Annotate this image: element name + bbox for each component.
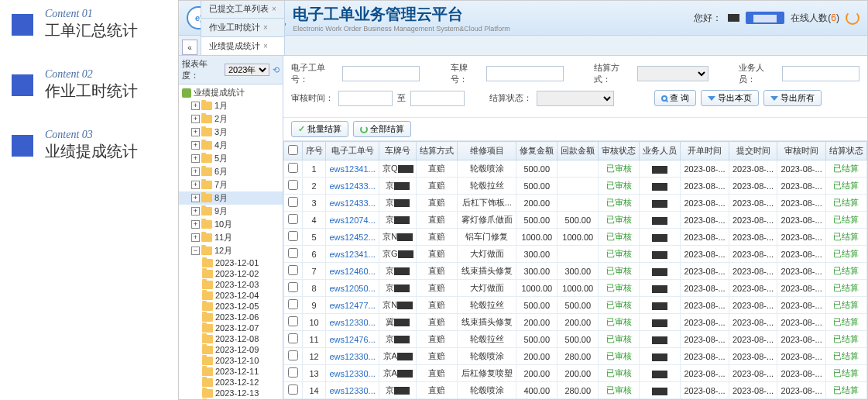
tree-day[interactable]: 2023-12-03 <box>179 279 283 290</box>
cell-order-link[interactable]: ews12433... <box>326 195 379 212</box>
close-icon[interactable]: × <box>272 5 276 13</box>
row-checkbox[interactable] <box>288 231 298 241</box>
row-checkbox[interactable] <box>288 333 298 343</box>
tree-day[interactable]: 2023-12-09 <box>179 344 283 355</box>
cell-order-link[interactable]: ews12477... <box>326 297 379 314</box>
audit-to-input[interactable] <box>410 91 465 106</box>
col-header[interactable]: 回款金额 <box>558 142 599 160</box>
cell-order-link[interactable]: ews12330... <box>326 348 379 365</box>
row-checkbox[interactable] <box>288 248 298 258</box>
col-header[interactable]: 业务人员 <box>640 142 681 160</box>
row-checkbox[interactable] <box>288 197 298 207</box>
tree-month-1[interactable]: +1月 <box>179 99 283 112</box>
tab-prev-icon[interactable]: « <box>182 40 197 55</box>
col-header[interactable]: 审核状态 <box>599 142 640 160</box>
year-select[interactable]: 2023年 <box>225 64 269 76</box>
tree-month-9[interactable]: +9月 <box>179 205 283 218</box>
tree-month-8[interactable]: +8月 <box>179 191 283 205</box>
row-checkbox[interactable] <box>288 180 298 190</box>
plate-input[interactable] <box>486 66 564 81</box>
tree-day[interactable]: 2023-12-04 <box>179 290 283 301</box>
row-checkbox[interactable] <box>288 316 298 326</box>
cell-order-link[interactable]: ews12074... <box>326 212 379 229</box>
data-grid[interactable]: 序号电子工单号车牌号结算方式维修项目修复金额回款金额审核状态业务人员开单时间提交… <box>283 141 867 399</box>
tree-month-11[interactable]: +11月 <box>179 231 283 244</box>
col-header[interactable]: 提交时间 <box>729 142 777 160</box>
toggle-icon[interactable]: + <box>191 233 200 242</box>
tree-month-5[interactable]: +5月 <box>179 152 283 165</box>
toggle-icon[interactable]: + <box>191 115 200 123</box>
row-checkbox[interactable] <box>288 163 298 173</box>
tree-day[interactable]: 2023-12-11 <box>179 366 283 377</box>
tree-month-7[interactable]: +7月 <box>179 178 283 191</box>
tree-month-10[interactable]: +10月 <box>179 218 283 231</box>
order-no-input[interactable] <box>342 66 420 81</box>
tree-month-4[interactable]: +4月 <box>179 139 283 152</box>
tree-month-6[interactable]: +6月 <box>179 165 283 178</box>
toggle-icon[interactable]: + <box>191 102 200 110</box>
tree-day[interactable]: 2023-12-07 <box>179 322 283 333</box>
tab-0[interactable]: 已提交工单列表× <box>201 0 285 18</box>
close-icon[interactable]: × <box>263 42 268 50</box>
refresh-icon[interactable] <box>846 11 859 25</box>
toggle-icon[interactable]: + <box>191 167 200 176</box>
cell-order-link[interactable]: ews12330... <box>326 365 379 382</box>
tree-day[interactable]: 2023-12-13 <box>179 388 283 398</box>
tree-day[interactable]: 2023-12-01 <box>179 257 283 268</box>
staff-input[interactable] <box>782 66 859 81</box>
tree-day[interactable]: 2023-12-08 <box>179 333 283 344</box>
tree-month-2[interactable]: +2月 <box>179 112 283 126</box>
toggle-icon[interactable]: + <box>191 194 200 202</box>
tree-month-3[interactable]: +3月 <box>179 126 283 139</box>
col-header[interactable]: 修复金额 <box>516 142 558 160</box>
cell-order-link[interactable]: ews12330... <box>326 382 379 399</box>
row-checkbox[interactable] <box>288 384 298 395</box>
col-header[interactable]: 维修项目 <box>458 142 516 160</box>
settle-status-select[interactable] <box>537 91 614 106</box>
toggle-icon[interactable]: + <box>191 154 200 163</box>
row-checkbox[interactable] <box>288 367 298 378</box>
tree-refresh-icon[interactable]: ⟲ <box>273 65 280 75</box>
toggle-icon[interactable]: + <box>191 141 200 150</box>
toggle-icon[interactable]: + <box>191 207 200 216</box>
tree-day[interactable]: 2023-12-06 <box>179 312 283 322</box>
col-header[interactable]: 结算状态 <box>825 142 866 160</box>
tree-day[interactable]: 2023-12-10 <box>179 355 283 366</box>
col-header[interactable] <box>284 142 303 160</box>
tree-day[interactable]: 2023-12-12 <box>179 377 283 388</box>
cell-order-link[interactable]: ews12341... <box>326 160 379 178</box>
col-header[interactable]: 车牌号 <box>379 142 417 160</box>
close-icon[interactable]: × <box>263 23 268 32</box>
col-header[interactable]: 序号 <box>303 142 326 160</box>
export-page-button[interactable]: 导出本页 <box>701 90 759 106</box>
row-checkbox[interactable] <box>288 282 298 292</box>
cell-order-link[interactable]: ews12433... <box>326 178 379 195</box>
row-checkbox[interactable] <box>288 350 298 360</box>
toggle-icon[interactable]: − <box>191 247 200 255</box>
tree-month-12[interactable]: −12月 <box>179 244 283 257</box>
cell-order-link[interactable]: ews12341... <box>326 246 379 263</box>
select-all-checkbox[interactable] <box>288 145 298 155</box>
tree-root[interactable]: 业绩提成统计 <box>179 86 283 99</box>
col-header[interactable]: 审核时间 <box>777 142 826 160</box>
tree-day[interactable]: 2023-12-05 <box>179 301 283 312</box>
cell-order-link[interactable]: ews12476... <box>326 331 379 348</box>
row-checkbox[interactable] <box>288 299 298 309</box>
all-settle-button[interactable]: 全部结算 <box>353 121 411 137</box>
tab-2[interactable]: 业绩提成统计× <box>201 36 285 55</box>
col-header[interactable]: 开单时间 <box>681 142 729 160</box>
audit-from-input[interactable] <box>338 91 393 106</box>
cell-order-link[interactable]: ews12460... <box>326 263 379 280</box>
cell-order-link[interactable]: ews12452... <box>326 229 379 246</box>
toggle-icon[interactable]: + <box>191 220 200 229</box>
col-header[interactable]: 电子工单号 <box>326 142 379 160</box>
settle-method-select[interactable] <box>637 66 708 81</box>
toggle-icon[interactable]: + <box>191 128 200 136</box>
cell-order-link[interactable]: ews12330... <box>326 314 379 331</box>
tree-day[interactable]: 2023-12-02 <box>179 268 283 279</box>
col-header[interactable]: 结算方式 <box>417 142 458 160</box>
batch-settle-button[interactable]: ✓批量结算 <box>291 121 348 137</box>
row-checkbox[interactable] <box>288 214 298 224</box>
cell-order-link[interactable]: ews12050... <box>326 280 379 297</box>
user-badge[interactable] <box>746 12 784 24</box>
